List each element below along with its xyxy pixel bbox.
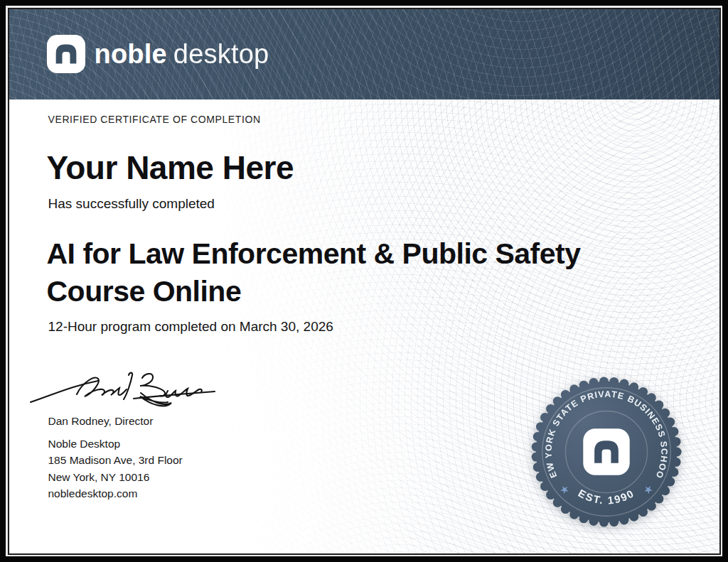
brand-lockup: nobledesktop	[47, 35, 269, 73]
course-title-line2: Course Online	[47, 273, 581, 310]
course-title: AI for Law Enforcement & Public Safety C…	[47, 235, 581, 310]
org-address-line1: 185 Madison Ave, 3rd Floor	[48, 452, 183, 469]
header-band: nobledesktop	[9, 9, 719, 99]
signature-handwriting	[28, 361, 217, 416]
brand-word-noble: noble	[95, 39, 167, 69]
certificate-page: nobledesktop VERIFIED CERTIFICATE OF COM…	[0, 0, 728, 562]
certificate-frame: nobledesktop VERIFIED CERTIFICATE OF COM…	[6, 6, 722, 556]
org-name: Noble Desktop	[48, 436, 183, 453]
brand-word-desktop: desktop	[173, 39, 269, 69]
course-title-line1: AI for Law Enforcement & Public Safety	[47, 235, 581, 273]
accreditation-seal: NEW YORK STATE PRIVATE BUSINESS SCHOOL E…	[522, 367, 691, 536]
completed-line: Has successfully completed	[48, 196, 215, 212]
recipient-name: Your Name Here	[47, 148, 294, 187]
certificate-body: nobledesktop VERIFIED CERTIFICATE OF COM…	[8, 8, 721, 555]
verified-certificate-label: VERIFIED CERTIFICATE OF COMPLETION	[48, 114, 261, 125]
org-website: nobledesktop.com	[48, 485, 183, 502]
org-address-block: Noble Desktop 185 Madison Ave, 3rd Floor…	[48, 436, 183, 502]
program-details-line: 12-Hour program completed on March 30, 2…	[48, 319, 333, 335]
seal-center-n-logo-icon	[583, 428, 629, 475]
noble-desktop-n-logo-icon	[47, 35, 85, 73]
org-address-line2: New York, NY 10016	[48, 469, 183, 486]
signer-name-title: Dan Rodney, Director	[48, 415, 154, 428]
brand-wordmark: nobledesktop	[95, 39, 269, 70]
